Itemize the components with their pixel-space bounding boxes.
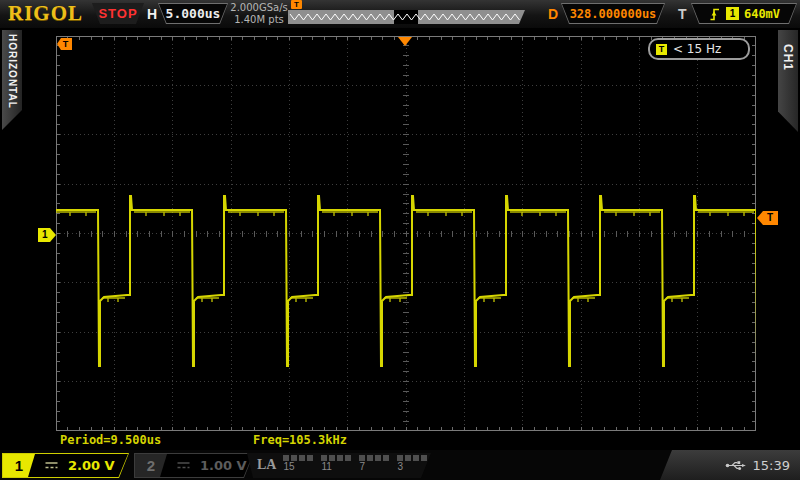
la-channel-group: 7 (359, 455, 389, 472)
acquisition-info: 2.000GSa/s 1.40M pts (228, 2, 290, 26)
waveform-display (56, 36, 756, 431)
timebase-value: 5.000us (166, 6, 221, 21)
delay-badge[interactable]: 328.000000us (561, 3, 665, 24)
la-channel-group: 3 (397, 455, 427, 472)
clock: 15:39 (753, 458, 790, 473)
measurements-row: Period=9.500us Freq=105.3kHz (0, 433, 800, 448)
period-measurement: Period=9.500us (60, 433, 161, 447)
preview-trigger-flag[interactable]: T (291, 0, 302, 9)
la-group-label: 3 (397, 461, 427, 472)
la-channel-groups: 151173 (283, 455, 427, 472)
la-group-label: 7 (359, 461, 389, 472)
graticule (56, 36, 756, 431)
timebase-badge[interactable]: 5.000us (158, 3, 228, 24)
sidebar-tab-horizontal[interactable]: HORIZONTAL (2, 30, 22, 130)
preview-view-window[interactable] (394, 10, 418, 24)
ch1-tab-label: CH1 (781, 44, 795, 132)
trigger-badge[interactable]: 1 640mV (691, 3, 797, 24)
la-label: LA (257, 457, 276, 473)
trigger-position-marker[interactable] (398, 37, 412, 46)
la-channel-group: 15 (283, 455, 313, 472)
trigger-t-label: T (678, 6, 687, 22)
usb-icon (725, 459, 747, 472)
topbar: RIGOL STOP H 5.000us 2.000GSa/s 1.40M pt… (0, 0, 800, 30)
run-state-badge[interactable]: STOP (92, 3, 144, 24)
bottombar: 1 2.00 V 2 1.00 V LA 151173 (0, 450, 800, 480)
delay-d-label: D (548, 6, 558, 22)
trigger-level-marker[interactable]: T (757, 211, 778, 225)
frequency-counter-value: < 15 Hz (673, 42, 721, 56)
trigger-source-badge: 1 (726, 7, 739, 20)
dc-coupling-icon (176, 461, 191, 470)
ch1-number-tag: 1 (3, 454, 35, 477)
delay-value: 328.000000us (570, 7, 657, 21)
run-state-label: STOP (98, 6, 137, 21)
ch1-scale-value: 2.00 V (68, 458, 115, 473)
rising-edge-icon (708, 6, 721, 22)
horizontal-tab-label: HORIZONTAL (7, 34, 18, 130)
horizontal-h-label: H (147, 6, 157, 22)
frequency-counter-badge: T < 15 Hz (648, 38, 750, 60)
memory-depth: 1.40M pts (228, 14, 290, 26)
ch2-scale-value: 1.00 V (200, 458, 247, 473)
waveform-preview-strip[interactable] (288, 10, 525, 24)
freq-counter-trigger-icon: T (656, 44, 667, 55)
la-group-label: 11 (321, 461, 351, 472)
la-group-label: 15 (283, 461, 313, 472)
sample-rate: 2.000GSa/s (228, 2, 290, 14)
frequency-measurement: Freq=105.3kHz (253, 433, 347, 447)
ch1-status-box[interactable]: 1 2.00 V (2, 453, 129, 478)
ch2-status-box[interactable]: 2 1.00 V (134, 453, 254, 478)
rigol-logo: RIGOL (8, 1, 83, 26)
sidebar-tab-ch1[interactable]: CH1 (778, 30, 798, 132)
ch1-ground-marker[interactable]: 1 (38, 228, 56, 242)
trigger-level-value: 640mV (744, 7, 780, 21)
oscilloscope-screen: RIGOL STOP H 5.000us 2.000GSa/s 1.40M pt… (0, 0, 800, 480)
la-status-box[interactable]: LA 151173 (247, 453, 431, 478)
preview-wave (288, 10, 525, 24)
status-time-area: 15:39 (660, 450, 800, 480)
ch2-number-tag: 2 (135, 454, 167, 477)
dc-coupling-icon (44, 461, 59, 470)
la-channel-group: 11 (321, 455, 351, 472)
